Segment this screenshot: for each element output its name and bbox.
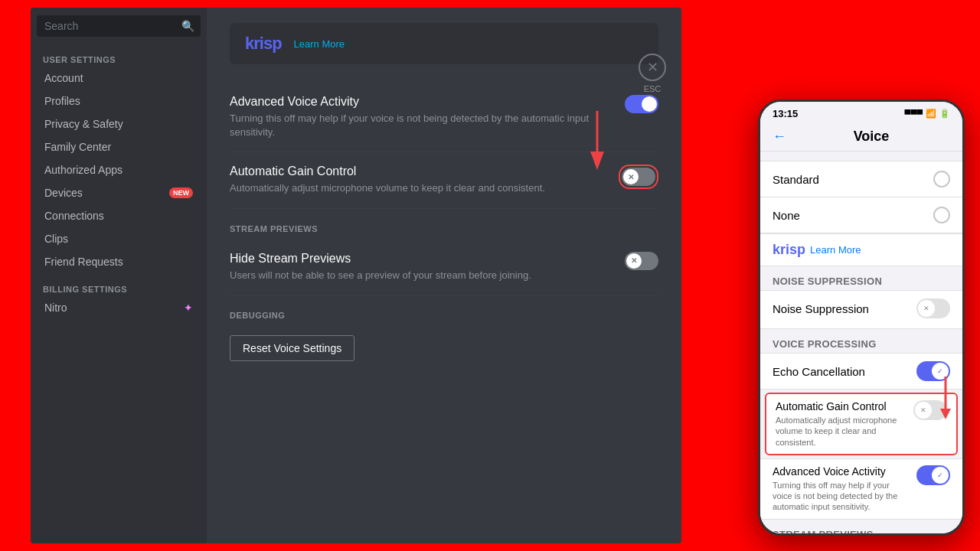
phone-option-standard-label: Standard: [773, 173, 933, 186]
automatic-gain-control-desc: Automatically adjust microphone volume t…: [230, 181, 603, 195]
phone-time: 13:15: [773, 108, 798, 119]
phone-agc-inner: Automatic Gain Control Automatically adj…: [776, 400, 947, 448]
phone-ava-toggle-thumb: ✓: [932, 467, 949, 484]
phone-voice-proc-section-label: Voice Processing: [760, 329, 962, 353]
esc-label: ESC: [644, 84, 662, 93]
toggle-x-stream-icon: ✕: [631, 256, 637, 265]
phone-agc-highlighted-row: Automatic Gain Control Automatically adj…: [765, 393, 958, 455]
phone-echo-cancellation-label: Echo Cancellation: [773, 365, 865, 378]
automatic-gain-control-title: Automatic Gain Control: [230, 165, 603, 178]
advanced-voice-activity-toggle[interactable]: [625, 95, 658, 113]
sidebar-item-nitro[interactable]: Nitro ✦: [37, 297, 201, 318]
phone-noise-suppression-section: Noise Suppression: [760, 266, 962, 290]
phone-status-icons: ▀▀▀ 📶 🔋: [905, 109, 950, 119]
automatic-gain-control-info: Automatic Gain Control Automatically adj…: [230, 165, 619, 195]
main-content: ✕ ESC krisp Learn More Advanced Voice Ac…: [207, 8, 681, 543]
phone-agc-toggle-thumb: ✕: [915, 402, 932, 419]
esc-button[interactable]: ✕ ESC: [639, 54, 666, 93]
phone-radio-standard[interactable]: [933, 171, 950, 187]
back-arrow-icon[interactable]: ←: [773, 129, 786, 145]
search-input[interactable]: [44, 20, 178, 32]
phone-echo-cancellation-row: Echo Cancellation ✓: [773, 361, 950, 381]
automatic-gain-control-row: Automatic Gain Control Automatically adj…: [230, 152, 658, 208]
phone-option-none-label: None: [773, 209, 933, 222]
agc-toggle-highlighted: ✕: [619, 165, 658, 189]
nitro-icon: ✦: [184, 302, 193, 314]
phone-krisp-row: krisp Learn More: [760, 233, 962, 266]
hide-stream-previews-toggle[interactable]: ✕: [625, 252, 658, 270]
debugging-section-label: DEBUGGING: [230, 311, 658, 320]
esc-circle[interactable]: ✕: [639, 54, 666, 81]
toggle-thumb-agc: ✕: [623, 169, 639, 184]
wifi-icon: 📶: [926, 109, 936, 119]
phone-page-title: Voice: [792, 129, 950, 145]
sidebar-item-connections[interactable]: Connections: [37, 205, 201, 227]
automatic-gain-control-toggle[interactable]: ✕: [622, 168, 655, 186]
phone-krisp-logo: krisp: [773, 242, 805, 258]
phone-ava-label: Advanced Voice Activity: [773, 465, 910, 478]
user-settings-label: USER SETTINGS: [37, 49, 201, 67]
learn-more-link[interactable]: Learn More: [294, 38, 345, 50]
hide-stream-previews-row: Hide Stream Previews Users will not be a…: [230, 240, 658, 295]
phone-radio-none[interactable]: [933, 207, 950, 223]
phone-nav-bar: ← Voice: [760, 122, 962, 152]
phone-ava-toggle[interactable]: ✓: [916, 465, 950, 485]
phone-noise-suppression-toggle[interactable]: ✕: [916, 298, 950, 318]
toggle-thumb-stream: ✕: [626, 253, 642, 269]
sidebar-item-privacy-safety[interactable]: Privacy & Safety: [37, 113, 201, 135]
battery-icon: 🔋: [939, 109, 950, 119]
stream-previews-section-label: STREAM PREVIEWS: [230, 224, 658, 233]
advanced-voice-activity-info: Advanced Voice Activity Turning this off…: [230, 95, 625, 139]
krisp-logo: krisp: [245, 34, 282, 54]
search-box[interactable]: 🔍: [37, 15, 201, 37]
phone-status-bar: 13:15 ▀▀▀ 📶 🔋: [760, 102, 962, 122]
signal-icon: ▀▀▀: [905, 109, 923, 119]
sidebar-item-family-center[interactable]: Family Center: [37, 136, 201, 158]
phone-options-group: Standard None: [760, 161, 962, 233]
svg-marker-3: [940, 409, 951, 419]
phone-option-standard[interactable]: Standard: [760, 161, 962, 197]
phone-red-arrow: [938, 377, 953, 422]
devices-new-badge: NEW: [169, 187, 193, 198]
phone-noise-suppression-header: Noise Suppression ✕: [773, 298, 950, 318]
phone-noise-suppression-name: Noise Suppression: [773, 302, 869, 315]
phone-ava-row: Advanced Voice Activity Turning this off…: [760, 458, 962, 520]
phone-option-none[interactable]: None: [760, 197, 962, 233]
sidebar-item-clips[interactable]: Clips: [37, 228, 201, 249]
hide-stream-previews-info: Hide Stream Previews Users will not be a…: [230, 252, 625, 282]
hide-stream-previews-title: Hide Stream Previews: [230, 252, 609, 266]
sidebar: 🔍 USER SETTINGS Account Profiles Privacy…: [31, 8, 207, 543]
phone-agc-description: Automatically adjust microphone volume t…: [776, 415, 907, 448]
toggle-thumb: [642, 96, 657, 112]
phone-learn-more[interactable]: Learn More: [810, 244, 861, 256]
sidebar-item-friend-requests[interactable]: Friend Requests: [37, 251, 201, 272]
advanced-voice-activity-desc: Turning this off may help if your voice …: [230, 112, 609, 139]
krisp-banner: krisp Learn More: [230, 23, 658, 64]
reset-voice-settings-button[interactable]: Reset Voice Settings: [230, 335, 354, 361]
phone-stream-previews-section: Stream Previews: [760, 520, 962, 533]
phone-ava-description: Turning this off may help if your voice …: [773, 480, 910, 513]
search-icon: 🔍: [181, 20, 194, 32]
advanced-voice-activity-title: Advanced Voice Activity: [230, 95, 609, 109]
sidebar-item-profiles[interactable]: Profiles: [37, 90, 201, 112]
phone-noise-toggle-thumb: ✕: [918, 300, 935, 317]
phone-screen: 13:15 ▀▀▀ 📶 🔋 ← Voice Standard None: [760, 102, 962, 533]
red-arrow-svg: [574, 111, 620, 172]
phone-mockup: 13:15 ▀▀▀ 📶 🔋 ← Voice Standard None: [758, 99, 965, 536]
billing-settings-label: BILLING SETTINGS: [37, 279, 201, 297]
sidebar-item-devices[interactable]: Devices NEW: [37, 182, 201, 204]
phone-noise-suppression-row: Noise Suppression ✕: [760, 290, 962, 329]
toggle-x-icon: ✕: [628, 173, 634, 181]
sidebar-item-account[interactable]: Account: [37, 67, 201, 89]
sidebar-item-authorized-apps[interactable]: Authorized Apps: [37, 159, 201, 181]
phone-agc-label: Automatic Gain Control: [776, 400, 907, 412]
settings-panel: 🔍 USER SETTINGS Account Profiles Privacy…: [31, 8, 681, 543]
hide-stream-previews-desc: Users will not be able to see a preview …: [230, 269, 609, 282]
